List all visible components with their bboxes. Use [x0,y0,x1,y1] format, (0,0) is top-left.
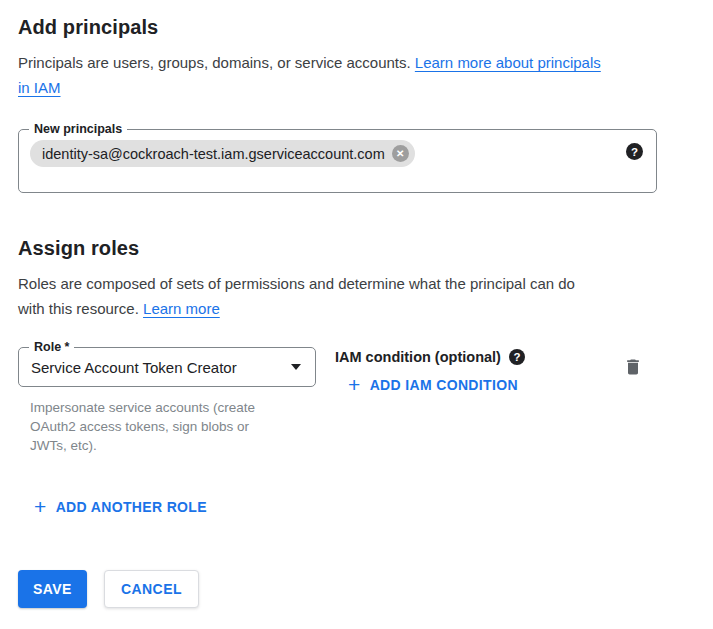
chevron-down-icon [291,364,301,370]
role-selected-value: Service Account Token Creator [31,359,237,376]
roles-description-line2: with this resource. [18,300,143,317]
learn-more-principals-link-line2: in IAM [18,79,61,96]
iam-condition-label-row: IAM condition (optional) ? [335,349,525,365]
role-label: Role * [29,340,74,355]
action-buttons: SAVE CANCEL [18,570,713,608]
new-principals-label: New principals [29,122,127,137]
principal-chip: identity-sa@cockroach-test.iam.gservicea… [30,140,415,167]
plus-icon: + [348,377,361,393]
iam-condition-section: IAM condition (optional) ? + ADD IAM CON… [335,347,525,396]
help-glyph: ? [631,146,638,158]
save-button[interactable]: SAVE [18,570,87,608]
roles-description: Roles are composed of sets of permission… [18,271,713,321]
plus-icon: + [34,499,47,515]
add-iam-condition-label: ADD IAM CONDITION [370,377,518,393]
add-another-role-button[interactable]: + ADD ANOTHER ROLE [34,499,207,515]
add-iam-condition-button[interactable]: + ADD IAM CONDITION [348,377,518,393]
cancel-button[interactable]: CANCEL [104,570,199,608]
delete-role-button[interactable] [623,357,643,377]
intro-text: Principals are users, groups, domains, o… [18,54,415,71]
principal-chip-value: identity-sa@cockroach-test.iam.gservicea… [42,146,385,162]
role-select[interactable]: Role * Service Account Token Creator [18,347,316,387]
principals-help-icon[interactable]: ? [626,143,643,160]
role-column: Role * Service Account Token Creator Imp… [18,347,316,455]
role-helper-text: Impersonate service accounts (create OAu… [18,398,280,455]
add-principals-panel: Add principals Principals are users, gro… [0,0,713,629]
close-icon: ✕ [396,149,404,159]
chip-remove-button[interactable]: ✕ [392,145,409,162]
page-title: Add principals [18,14,713,40]
learn-more-link[interactable]: Learn more [143,300,220,317]
assign-roles-title: Assign roles [18,235,713,261]
learn-more-principals-link-line1: Learn more about principals [415,54,601,71]
trash-icon [623,357,643,377]
new-principals-field[interactable]: New principals identity-sa@cockroach-tes… [18,129,657,193]
iam-condition-label: IAM condition (optional) [335,349,501,365]
role-row: Role * Service Account Token Creator Imp… [18,347,713,455]
add-another-role-label: ADD ANOTHER ROLE [56,499,207,515]
iam-condition-help-icon[interactable]: ? [509,349,525,365]
help-glyph: ? [513,351,520,363]
intro-paragraph: Principals are users, groups, domains, o… [18,50,713,100]
roles-description-line1: Roles are composed of sets of permission… [18,275,575,292]
